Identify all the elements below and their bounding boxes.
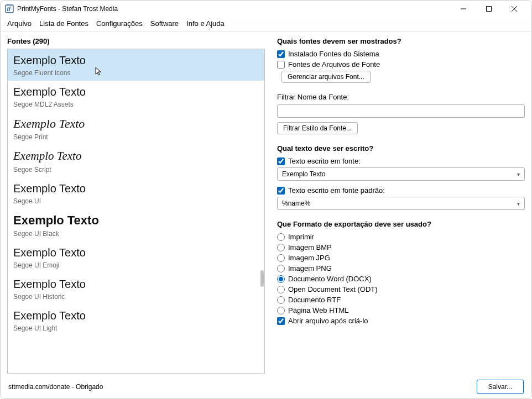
font-sample-text: Exemplo Texto bbox=[13, 277, 259, 291]
text-in-font-checkbox[interactable] bbox=[277, 158, 285, 165]
format-print-label: Imprimir bbox=[288, 233, 314, 241]
font-name-label: Segoe Script bbox=[13, 166, 259, 174]
font-sample-text: Exemplo Texto bbox=[13, 54, 259, 67]
font-sample-text: Exemplo Texto bbox=[13, 213, 259, 228]
format-png-radio[interactable] bbox=[277, 265, 285, 272]
font-name-label: Segoe UI Historic bbox=[13, 293, 259, 301]
open-after-checkbox[interactable] bbox=[277, 317, 285, 325]
font-list-item[interactable]: Exemplo TextoSegoe UI Light bbox=[8, 305, 264, 336]
window-controls bbox=[451, 1, 527, 17]
font-name-label: Segoe UI Black bbox=[13, 230, 259, 238]
menu-arquivo[interactable]: Arquivo bbox=[7, 19, 32, 28]
close-button[interactable] bbox=[502, 1, 527, 17]
open-after-label: Abrir arquivo após criá-lo bbox=[288, 317, 368, 325]
font-list-item[interactable]: Exemplo TextoSegoe UI Black bbox=[8, 209, 264, 242]
titlebar: tf PrintMyFonts - Stefan Trost Media bbox=[1, 1, 531, 17]
left-panel: Fontes (290) Exemplo TextoSegoe Fluent I… bbox=[7, 37, 265, 377]
menu-configuracoes[interactable]: Configurações bbox=[96, 19, 143, 28]
format-print-radio[interactable] bbox=[277, 233, 285, 241]
filter-name-label: Filtrar Nome da Fonte: bbox=[277, 93, 525, 101]
format-png-label: Imagem PNG bbox=[288, 264, 332, 272]
font-sample-text: Exemplo Texto bbox=[13, 149, 259, 163]
manage-font-files-button[interactable]: Gerenciar arquivos Font... bbox=[281, 71, 371, 83]
sample-text-value: Exemplo Texto bbox=[282, 170, 326, 178]
font-sample-text: Exemplo Texto bbox=[13, 246, 259, 259]
minimize-button[interactable] bbox=[451, 1, 476, 17]
format-html-label: Página Web HTML bbox=[288, 306, 349, 314]
format-jpg-radio[interactable] bbox=[277, 254, 285, 262]
format-html-radio[interactable] bbox=[277, 307, 285, 314]
menu-lista-de-fontes[interactable]: Lista de Fontes bbox=[39, 19, 88, 28]
file-fonts-label: Fontes de Arquivos de Fonte bbox=[288, 60, 380, 69]
font-list-item[interactable]: Exemplo TextoSegoe Fluent Icons bbox=[8, 49, 264, 81]
default-text-value: %name% bbox=[282, 200, 310, 207]
system-fonts-label: Instalado Fontes do Sistema bbox=[288, 50, 379, 58]
font-name-label: Segoe Print bbox=[13, 133, 259, 141]
statusbar: sttmedia.com/donate - Obrigado Salvar... bbox=[1, 377, 531, 396]
font-list-item[interactable]: Exemplo TextoSegoe MDL2 Assets bbox=[8, 81, 264, 112]
system-fonts-checkbox[interactable] bbox=[277, 50, 285, 58]
font-name-label: Segoe UI bbox=[13, 197, 259, 205]
text-section-title: Qual texto deve ser escrito? bbox=[277, 144, 525, 153]
export-section-title: Que Formato de exportação deve ser usado… bbox=[277, 220, 525, 228]
format-odt-label: Open Document Text (ODT) bbox=[288, 285, 378, 293]
file-fonts-checkbox[interactable] bbox=[277, 61, 285, 69]
format-bmp-label: Imagem BMP bbox=[288, 243, 332, 251]
font-sample-text: Exemplo Texto bbox=[13, 85, 259, 98]
window-title: PrintMyFonts - Stefan Trost Media bbox=[17, 5, 118, 13]
font-list-item[interactable]: Exemplo TextoSegoe Print bbox=[8, 112, 264, 145]
font-listbox[interactable]: Exemplo TextoSegoe Fluent IconsExemplo T… bbox=[7, 49, 265, 374]
font-name-label: Segoe UI Emoji bbox=[13, 261, 259, 269]
text-default-label: Texto escrito em fonte padrão: bbox=[288, 186, 385, 195]
font-name-label: Segoe MDL2 Assets bbox=[13, 101, 259, 108]
format-docx-radio[interactable] bbox=[277, 275, 285, 283]
svg-text:tf: tf bbox=[7, 6, 12, 12]
svg-rect-3 bbox=[487, 7, 492, 12]
font-list-item[interactable]: Exemplo TextoSegoe UI bbox=[8, 177, 264, 209]
format-rtf-radio[interactable] bbox=[277, 296, 285, 304]
save-button[interactable]: Salvar... bbox=[477, 380, 524, 394]
maximize-button[interactable] bbox=[476, 1, 502, 17]
font-list-item[interactable]: Exemplo TextoSegoe Script bbox=[8, 145, 264, 177]
font-count-label: Fontes (290) bbox=[7, 37, 265, 45]
status-text: sttmedia.com/donate - Obrigado bbox=[8, 383, 103, 391]
default-text-combo[interactable]: %name% ▾ bbox=[277, 197, 525, 210]
display-section-title: Quais fontes devem ser mostrados? bbox=[277, 37, 525, 45]
text-default-checkbox[interactable] bbox=[277, 187, 285, 195]
menu-software[interactable]: Software bbox=[150, 19, 179, 28]
font-list-item[interactable]: Exemplo TextoSegoe UI Historic bbox=[8, 273, 264, 305]
chevron-down-icon: ▾ bbox=[517, 201, 520, 207]
app-icon: tf bbox=[5, 4, 14, 13]
font-name-label: Segoe Fluent Icons bbox=[13, 69, 259, 77]
format-jpg-label: Imagem JPG bbox=[288, 254, 330, 262]
font-sample-text: Exemplo Texto bbox=[13, 309, 259, 322]
sample-text-combo[interactable]: Exemplo Texto ▾ bbox=[277, 167, 525, 181]
format-docx-label: Documento Word (DOCX) bbox=[288, 275, 372, 283]
font-list-item[interactable]: Exemplo TextoSegoe UI Emoji bbox=[8, 242, 264, 273]
scrollbar-thumb[interactable] bbox=[260, 270, 264, 287]
menubar: Arquivo Lista de Fontes Configurações So… bbox=[1, 17, 531, 32]
font-sample-text: Exemplo Texto bbox=[13, 182, 259, 195]
font-name-label: Segoe UI Light bbox=[13, 324, 259, 332]
format-odt-radio[interactable] bbox=[277, 286, 285, 293]
font-sample-text: Exemplo Texto bbox=[13, 117, 259, 131]
chevron-down-icon: ▾ bbox=[517, 171, 520, 177]
filter-name-input[interactable] bbox=[277, 104, 525, 118]
text-in-font-label: Texto escrito em fonte: bbox=[288, 157, 361, 165]
format-bmp-radio[interactable] bbox=[277, 244, 285, 251]
format-rtf-label: Documento RTF bbox=[288, 296, 341, 304]
right-panel: Quais fontes devem ser mostrados? Instal… bbox=[277, 37, 525, 377]
menu-info-e-ajuda[interactable]: Info e Ajuda bbox=[186, 19, 225, 28]
filter-style-button[interactable]: Filtrar Estilo da Fonte... bbox=[277, 122, 358, 134]
